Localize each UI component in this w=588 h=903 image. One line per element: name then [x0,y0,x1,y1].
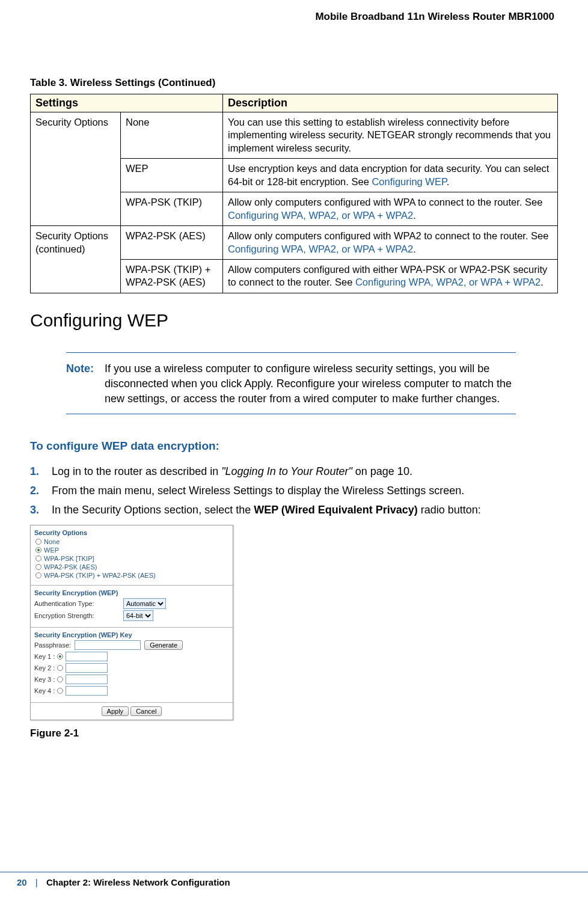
page-footer: 20 | Chapter 2: Wireless Network Configu… [0,872,588,887]
step-text: In the Security Options section, select … [52,504,254,516]
step-3: In the Security Options section, select … [30,502,558,519]
doc-header-product: Mobile Broadband 11n Wireless Router MBR… [30,11,558,23]
radio-wpa-mixed[interactable]: WPA-PSK (TKIP) + WPA2-PSK (AES) [34,572,229,579]
xref-configuring-wpa[interactable]: Configuring WPA, WPA2, or WPA + WPA2 [228,210,413,221]
procedure-heading: To configure WEP data encryption: [30,439,558,453]
key3-input[interactable] [66,675,108,684]
key-label: Key 4 : [34,687,55,694]
radio-label: WEP [44,546,59,554]
cell-desc: Use encryption keys and data encryption … [223,159,558,192]
table-head-description: Description [223,94,558,112]
key1-input[interactable] [66,652,108,661]
cell-desc: Allow only computers configured with WPA… [223,192,558,226]
step-2: From the main menu, select Wireless Sett… [30,483,558,500]
radio-icon [35,556,41,562]
radio-icon[interactable] [57,654,63,660]
radio-icon[interactable] [57,665,63,671]
enc-strength-select[interactable]: 64-bit [123,610,153,621]
desc-text: . [447,176,450,187]
enc-strength-label: Encryption Strength: [34,612,123,619]
cell-desc: You can use this setting to establish wi… [223,112,558,159]
xref-configuring-wpa[interactable]: Configuring WPA, WPA2, or WPA + WPA2 [355,277,541,287]
desc-text: . [413,243,416,254]
cell-desc: Allow computers configured with either W… [223,259,558,293]
cell-setting: WPA-PSK (TKIP) + WPA2-PSK (AES) [121,259,223,293]
figure-caption: Figure 2-1 [30,727,558,739]
xref-configuring-wep[interactable]: Configuring WEP [372,176,446,187]
xref-configuring-wpa[interactable]: Configuring WPA, WPA2, or WPA + WPA2 [228,243,413,254]
radio-none[interactable]: None [34,538,229,545]
key2-row: Key 2 : [34,663,229,673]
table-row: Security Options (continued) WPA2-PSK (A… [31,226,558,260]
note-label: Note: [66,361,105,407]
radio-label: WPA-PSK (TKIP) + WPA2-PSK (AES) [44,572,156,579]
procedure-steps: Log in to the router as described in "Lo… [30,464,558,519]
table-head-settings: Settings [31,94,223,112]
page-number: 20 [17,877,27,887]
desc-text: . [413,210,416,221]
radio-label: None [44,538,60,545]
key1-row: Key 1 : [34,652,229,661]
generate-button[interactable]: Generate [144,640,183,650]
radio-icon [35,539,41,545]
passphrase-label: Passphrase: [34,641,71,649]
auth-type-select[interactable]: Automatic [123,598,166,609]
desc-text: . [541,277,544,287]
cell-setting: WPA-PSK (TKIP) [121,192,223,226]
cell-group-security-options: Security Options [31,112,121,226]
key4-row: Key 4 : [34,686,229,696]
table-row: Security Options None You can use this s… [31,112,558,159]
radio-icon [35,547,41,553]
figure-so-title: Security Options [34,529,229,536]
radio-icon[interactable] [57,688,63,694]
radio-label: WPA-PSK [TKIP] [44,555,94,562]
cell-setting: None [121,112,223,159]
key-label: Key 1 : [34,653,55,660]
note-text: If you use a wireless computer to config… [105,361,516,407]
footer-separator: | [35,877,38,887]
footer-chapter: Chapter 2: Wireless Network Configuratio… [46,877,230,887]
cancel-button[interactable]: Cancel [130,706,162,716]
apply-button[interactable]: Apply [102,706,129,716]
step-text: Log in to the router as described in [52,465,221,477]
radio-wpa-psk[interactable]: WPA-PSK [TKIP] [34,555,229,562]
cell-setting: WEP [121,159,223,192]
wireless-settings-table: Settings Description Security Options No… [30,94,558,293]
key3-row: Key 3 : [34,675,229,684]
key-label: Key 3 : [34,676,55,683]
key4-input[interactable] [66,686,108,696]
step-1: Log in to the router as described in "Lo… [30,464,558,480]
key-label: Key 2 : [34,664,55,672]
step-ref: "Logging In to Your Router" [221,465,352,477]
figure-security-options-screenshot: Security Options None WEP WPA-PSK [TKIP]… [30,525,233,720]
radio-icon [35,572,41,578]
desc-text: Allow only computers configured with WPA… [228,230,548,241]
figure-key-title: Security Encryption (WEP) Key [34,631,229,638]
radio-wep[interactable]: WEP [34,546,229,554]
section-heading-configuring-wep: Configuring WEP [30,310,558,331]
cell-setting: WPA2-PSK (AES) [121,226,223,260]
step-text: on page 10. [352,465,412,477]
radio-icon[interactable] [57,676,63,682]
auth-type-label: Authentication Type: [34,600,123,607]
radio-icon [35,564,41,570]
cell-group-security-options-continued: Security Options (continued) [31,226,121,293]
desc-text: Allow only computers configured with WPA… [228,197,542,207]
table-caption: Table 3. Wireless Settings (Continued) [30,77,558,89]
step-bold: WEP (Wired Equivalent Privacy) [254,504,418,516]
radio-label: WPA2-PSK (AES) [44,563,97,571]
passphrase-input[interactable] [75,640,141,650]
step-text: radio button: [418,504,481,516]
figure-enc-title: Security Encryption (WEP) [34,589,229,596]
key2-input[interactable] [66,663,108,673]
radio-wpa2-psk[interactable]: WPA2-PSK (AES) [34,563,229,571]
cell-desc: Allow only computers configured with WPA… [223,226,558,260]
note-callout: Note: If you use a wireless computer to … [66,352,516,415]
